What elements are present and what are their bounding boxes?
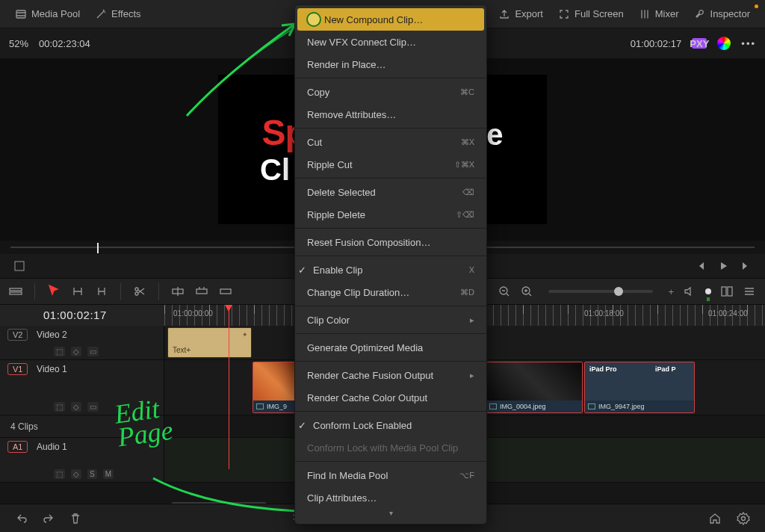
- track-name: Video 2: [37, 330, 66, 340]
- blade-tool-icon[interactable]: [95, 285, 108, 298]
- track-name: Audio 1: [37, 442, 67, 452]
- insert-icon[interactable]: [171, 285, 185, 298]
- menu-conform-lock-enabled[interactable]: ✓Conform Lock Enabled: [295, 414, 486, 436]
- inspector-button[interactable]: Inspector: [687, 5, 758, 23]
- menu-remove-attributes[interactable]: Remove Attributes…: [295, 103, 486, 126]
- scrub-playhead[interactable]: [97, 243, 99, 253]
- track-header-v1[interactable]: V1 Video 1 ⬚◇▭: [0, 360, 164, 415]
- clip-filename: IMG_9: [267, 403, 287, 410]
- menu-delete-selected[interactable]: Delete Selected⌫: [295, 181, 486, 203]
- split-view-icon[interactable]: [720, 285, 734, 298]
- track-index[interactable]: V2: [7, 329, 28, 341]
- zoom-in-icon[interactable]: [520, 285, 533, 298]
- media-pool-button[interactable]: Media Pool: [7, 5, 87, 23]
- svg-rect-8: [220, 289, 231, 294]
- solo-icon[interactable]: S: [87, 469, 97, 479]
- menu-copy[interactable]: Copy⌘C: [295, 81, 486, 103]
- last-frame-icon[interactable]: [740, 260, 752, 272]
- context-menu: New Compound Clip… New VFX Connect Clip……: [294, 4, 487, 525]
- track-index[interactable]: A1: [7, 441, 28, 453]
- lock-icon[interactable]: ⬚: [54, 469, 65, 479]
- timeline-master-timecode: 01:00:02:17: [43, 309, 107, 321]
- play-icon[interactable]: [717, 260, 729, 272]
- ruler-tc-2: 01:00:24:00: [708, 309, 748, 318]
- home-icon[interactable]: [708, 512, 722, 525]
- replace-icon[interactable]: [219, 285, 232, 298]
- source-timecode: 00:02:23:04: [39, 38, 90, 49]
- sliders-icon: [639, 8, 651, 20]
- trash-icon[interactable]: [69, 512, 82, 525]
- redo-icon[interactable]: [42, 512, 55, 525]
- track-header-v2[interactable]: V2 Video 2 ⬚◇▭: [0, 326, 164, 360]
- clips-count-label: 4 Clips: [0, 415, 164, 438]
- undo-icon[interactable]: [15, 512, 28, 525]
- menu-find-in-media-pool[interactable]: Find In Media Pool⌥F: [295, 464, 486, 486]
- menu-new-vfx-connect-clip[interactable]: New VFX Connect Clip…: [295, 31, 486, 53]
- track-index[interactable]: V1: [7, 363, 28, 375]
- label: Effects: [111, 8, 141, 19]
- trim-tool-icon[interactable]: [71, 285, 84, 298]
- mixer-button[interactable]: Mixer: [631, 5, 687, 23]
- proxy-badge[interactable]: PXY: [692, 38, 707, 49]
- auto-select-icon[interactable]: ◇: [71, 402, 81, 412]
- volume-indicator[interactable]: [705, 288, 711, 294]
- svg-rect-1: [15, 262, 24, 270]
- menu-clip-color[interactable]: Clip Color▸: [295, 309, 486, 331]
- auto-select-icon[interactable]: ◇: [71, 469, 81, 479]
- fx-icon: ✦: [242, 331, 248, 338]
- svg-rect-2: [10, 288, 22, 291]
- ruler-tc-0: 01:00:00:00: [173, 309, 213, 318]
- menu-render-cache-color[interactable]: Render Cache Color Output: [295, 386, 486, 409]
- svg-point-16: [742, 516, 746, 520]
- menu-cut[interactable]: Cut⌘X: [295, 131, 486, 153]
- title-text-white: Cl: [260, 153, 290, 186]
- lock-icon[interactable]: ⬚: [54, 402, 65, 412]
- menu-generate-optimized[interactable]: Generate Optimized Media: [295, 336, 486, 359]
- export-button[interactable]: Export: [491, 5, 551, 23]
- svg-point-5: [135, 292, 138, 295]
- zoom-slider[interactable]: [548, 290, 653, 293]
- track-toggle-icon[interactable]: ▭: [87, 402, 99, 412]
- zoom-out-icon[interactable]: [498, 285, 511, 298]
- overwrite-icon[interactable]: [195, 285, 208, 298]
- first-frame-icon[interactable]: [695, 260, 707, 272]
- label: New Compound Clip…: [324, 14, 423, 25]
- menu-icon[interactable]: [743, 285, 756, 298]
- menu-change-duration[interactable]: Change Clip Duration…⌘D: [295, 281, 486, 303]
- zoom-slider-handle[interactable]: [614, 287, 623, 296]
- record-timecode: 01:00:02:17: [631, 38, 682, 49]
- selection-tool-icon[interactable]: [47, 284, 61, 297]
- label: Inspector: [710, 8, 750, 19]
- clip-image-1[interactable]: IMG_9: [253, 362, 297, 413]
- menu-new-compound-clip[interactable]: New Compound Clip…: [297, 8, 484, 31]
- track-toggle-icon[interactable]: ▭: [87, 347, 99, 356]
- timeline-view-icon[interactable]: [9, 285, 22, 298]
- menu-render-cache-fusion[interactable]: Render Cache Fusion Output▸: [295, 364, 486, 386]
- label: Full Screen: [574, 8, 624, 19]
- label: Media Pool: [31, 8, 80, 19]
- volume-icon[interactable]: [683, 285, 696, 298]
- clip-image-3[interactable]: IMG_9947.jpeg: [584, 362, 695, 413]
- clip-text[interactable]: Text+ ✦: [167, 327, 252, 358]
- auto-select-icon[interactable]: ◇: [71, 347, 81, 356]
- mute-icon[interactable]: M: [103, 469, 114, 479]
- colorwheel-icon[interactable]: [717, 37, 731, 50]
- fullscreen-button[interactable]: Full Screen: [551, 5, 631, 23]
- menu-ripple-cut[interactable]: Ripple Cut⇧⌘X: [295, 153, 486, 176]
- timeline-playhead[interactable]: [229, 305, 229, 469]
- track-header-a1[interactable]: A1 Audio 1 ⬚◇SM: [0, 438, 164, 483]
- menu-clip-attributes[interactable]: Clip Attributes…: [295, 486, 486, 509]
- menu-ripple-delete[interactable]: Ripple Delete⇧⌫: [295, 203, 486, 226]
- clip-image-2[interactable]: IMG_0004.jpeg: [486, 362, 583, 413]
- effects-button[interactable]: Effects: [87, 5, 149, 23]
- crop-icon[interactable]: [13, 260, 25, 272]
- menu-reset-fusion[interactable]: Reset Fusion Composition…: [295, 231, 486, 253]
- zoom-percent[interactable]: 52%: [9, 38, 28, 49]
- menu-scroll-down-icon[interactable]: ▾: [295, 509, 486, 521]
- scissors-icon[interactable]: [133, 285, 146, 298]
- menu-render-in-place[interactable]: Render in Place…: [295, 53, 486, 75]
- lock-icon[interactable]: ⬚: [54, 347, 65, 356]
- more-options-button[interactable]: •••: [741, 38, 756, 49]
- menu-enable-clip[interactable]: ✓Enable ClipX: [295, 259, 486, 281]
- gear-icon[interactable]: [737, 512, 750, 525]
